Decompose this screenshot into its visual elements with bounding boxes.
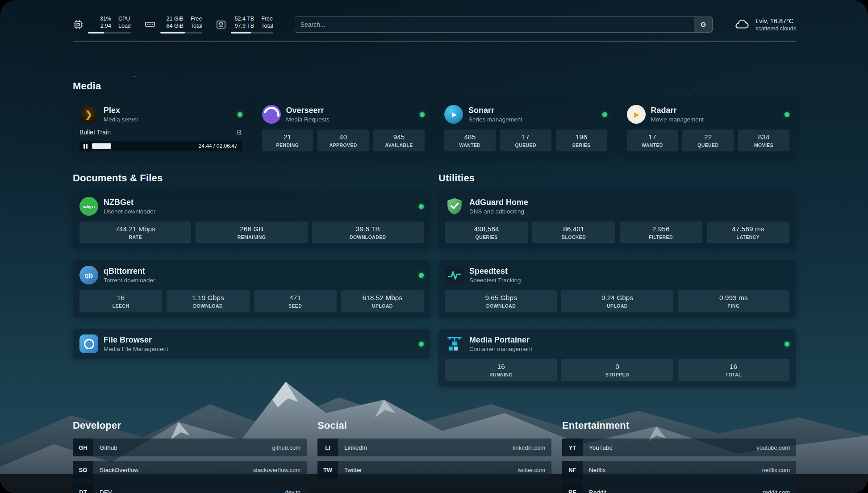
playback-bar[interactable]: 24:44 / 02:06:47 [79, 141, 242, 151]
stat-value: 744.21 Mbps [81, 225, 189, 233]
service-card-adguard[interactable]: AdGuard Home DNS and adblocking 498,564 … [438, 191, 796, 249]
search-input[interactable] [294, 17, 713, 33]
memory-label-2: Total [191, 22, 202, 29]
card-header: AdGuard Home DNS and adblocking [445, 197, 789, 216]
cpu-usage-bar [88, 32, 131, 33]
bookmark-github[interactable]: GH Github github.com [73, 439, 307, 456]
gear-icon[interactable] [236, 129, 242, 136]
stat-value: 47.569 ms [709, 225, 788, 233]
card-header: Plex Media server [79, 105, 242, 124]
service-card-sonarr[interactable]: Sonarr Series management 485 WANTED 17 Q… [438, 99, 614, 157]
stat-value: 16 [447, 363, 555, 371]
speedtest-icon [445, 266, 464, 284]
stat-label: APPROVED [319, 142, 367, 148]
bookmark-linkedin[interactable]: LI LinkedIn linkedin.com [317, 439, 551, 456]
status-dot [785, 112, 789, 117]
sonarr-icon [444, 105, 463, 124]
stat-label: MOVIES [740, 142, 788, 148]
stat-label: SERIES [558, 142, 605, 148]
service-card-radarr[interactable]: Radarr Movie management 17 WANTED 22 QUE… [620, 99, 797, 157]
status-dot [419, 273, 424, 278]
service-card-portainer[interactable]: Media Portainer Container management 16 … [438, 329, 796, 387]
bookmark-name: YouTube [583, 444, 613, 451]
playback-progress [92, 143, 111, 149]
stat-download: 9.65 Gbps DOWNLOAD [445, 290, 557, 312]
stats-row: 498,564 QUERIES 86,401 BLOCKED 2,956 FIL… [445, 221, 789, 243]
column-utilities: Utilities [438, 172, 796, 387]
card-titles: Media Portainer Container management [469, 335, 532, 352]
now-playing-row: Bullet Train [79, 129, 242, 136]
stats-row: 16 LEECH 1.19 Gbps DOWNLOAD 471 SEED [79, 290, 424, 312]
service-card-nzbget[interactable]: nzbget NZBGet Usenet downloader 744.21 M… [73, 191, 430, 249]
card-header: Overseerr Media Requests [262, 105, 425, 124]
stat-queued: 22 QUEUED [682, 130, 734, 151]
bookmark-netflix[interactable]: NF Netflix netflix.com [562, 461, 796, 479]
playback-track[interactable]: 24:44 / 02:06:47 [92, 143, 238, 149]
stat-blocked: 86,401 BLOCKED [532, 221, 615, 243]
bookmark-name: Github [93, 444, 117, 451]
service-description: Series management [468, 116, 522, 123]
stat-filtered: 2,956 FILTERED [620, 221, 702, 243]
stat-upload: 618.52 Mbps UPLOAD [341, 290, 424, 312]
pause-icon[interactable] [83, 144, 88, 149]
stat-label: STOPPED [563, 372, 671, 377]
search-provider-button[interactable]: G [694, 17, 713, 33]
stat-value: 16 [680, 363, 788, 371]
bookmark-dev[interactable]: DT DEV dev.to [73, 483, 307, 493]
adguard-shield-icon [445, 197, 464, 216]
stat-label: RATE [81, 234, 189, 240]
service-card-filebrowser[interactable]: File Browser Media File Management [73, 329, 430, 359]
bookmark-twitter[interactable]: TW Twitter twitter.com [317, 461, 551, 479]
stat-value: 21 [264, 133, 312, 141]
memory-free: 21 GiB [160, 15, 184, 22]
stat-label: DOWNLOAD [168, 303, 247, 309]
stat-label: QUEUED [502, 142, 550, 148]
stat-running: 16 RUNNING [445, 359, 557, 381]
cpu-label-2: Load [118, 22, 131, 29]
stat-rate: 744.21 Mbps RATE [79, 221, 191, 243]
stat-wanted: 485 WANTED [444, 130, 496, 151]
weather-widget[interactable]: Lviv, 16.87°C scattered clouds [733, 17, 796, 32]
cpu-chip-icon [73, 19, 83, 30]
bookmark-abbr: SO [73, 461, 93, 479]
bookmark-stackoverflow[interactable]: SO StackOverflow stackoverflow.com [73, 461, 307, 479]
weather-condition: scattered clouds [755, 25, 796, 32]
bookmark-abbr: TW [317, 461, 338, 479]
stats-row: 16 RUNNING 0 STOPPED 16 TOTAL [445, 359, 789, 381]
bookmark-name: Twitter [338, 467, 362, 473]
stat-ping: 0.993 ms PING [678, 290, 789, 312]
stat-value: 9.65 Gbps [447, 294, 555, 302]
memory-icon [144, 19, 156, 30]
filebrowser-icon [79, 334, 98, 353]
service-card-speedtest[interactable]: Speedtest Speedtest Tracking 9.65 Gbps D… [438, 260, 796, 318]
bookmark-reddit[interactable]: RE Reddit reddit.com [562, 483, 796, 493]
stat-total: 16 TOTAL [678, 359, 789, 381]
disk-widget: 52.4 TB 97.9 TB Free Total [216, 15, 273, 33]
top-bar: 31% 2.94 CPU Load [73, 15, 796, 33]
stat-value: 86,401 [534, 225, 613, 233]
service-description: Media Requests [286, 116, 330, 123]
service-card-overseerr[interactable]: Overseerr Media Requests 21 PENDING 40 A… [255, 99, 432, 157]
bookmark-url: reddit.com [763, 489, 796, 493]
service-name: File Browser [104, 335, 168, 345]
documents-card-stack: nzbget NZBGet Usenet downloader 744.21 M… [73, 191, 430, 359]
status-dot [419, 204, 424, 209]
service-description: Media server [104, 116, 138, 123]
stat-label: RUNNING [447, 372, 555, 377]
bookmark-name: LinkedIn [338, 444, 367, 451]
stat-value: 1.19 Gbps [168, 294, 247, 302]
disk-label-2: Total [261, 22, 273, 29]
service-name: Media Portainer [469, 335, 532, 345]
stat-queries: 498,564 QUERIES [445, 221, 528, 243]
status-dot [785, 342, 789, 347]
stat-pending: 21 PENDING [262, 130, 313, 151]
bookmark-youtube[interactable]: YT YouTube youtube.com [562, 439, 796, 456]
service-card-plex[interactable]: Plex Media server Bullet Train 24:44 [73, 99, 249, 157]
bookmark-name: Reddit [583, 489, 606, 493]
stat-approved: 40 APPROVED [317, 130, 369, 151]
stat-value: 0 [563, 363, 671, 371]
service-name: Overseerr [286, 106, 330, 115]
stats-row: 9.65 Gbps DOWNLOAD 9.24 Gbps UPLOAD 0.99… [445, 290, 789, 312]
service-card-qbittorrent[interactable]: qb qBittorrent Torrent downloader 16 [73, 260, 430, 318]
stats-row: 17 WANTED 22 QUEUED 834 MOVIES [627, 130, 790, 151]
